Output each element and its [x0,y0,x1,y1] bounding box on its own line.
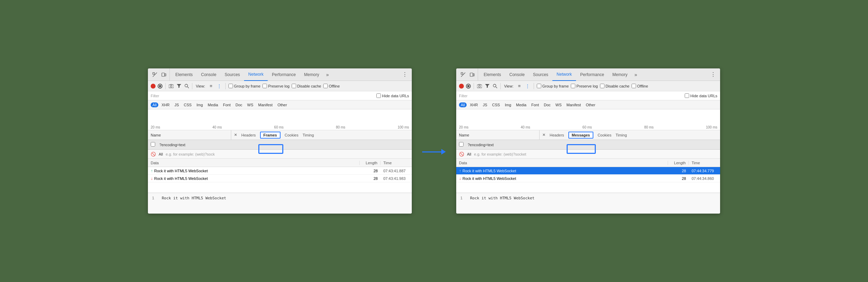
tab-dots-right[interactable]: ⋮ [708,71,719,78]
type-all-left[interactable]: All [151,102,158,107]
tab-performance-right[interactable]: Performance [576,68,608,81]
group-by-frame-right[interactable]: Group by frame [537,84,569,88]
tab-console-right[interactable]: Console [505,68,529,81]
tab-network-right[interactable]: Network [552,69,576,81]
inspect-icon-right[interactable] [460,71,467,78]
headers-tab-right[interactable]: Headers [550,133,564,137]
tree-view-icon-right[interactable]: ⋮ [525,84,531,89]
inspect-icon[interactable] [151,71,158,78]
timing-tab-left[interactable]: Timing [302,133,314,137]
preserve-log-left[interactable]: Preserve log [262,84,290,88]
list-view-icon-left[interactable]: ≡ [208,84,214,89]
type-ws-right[interactable]: WS [554,102,564,107]
disable-cache-checkbox-right[interactable] [600,84,604,88]
tab-more-left[interactable]: » [323,72,332,77]
tab-sources-left[interactable]: Sources [220,68,244,81]
type-xhr-right[interactable]: XHR [468,102,479,107]
frames-tab-left[interactable]: Frames [260,132,281,139]
hide-data-urls-right[interactable]: Hide data URLs [685,93,717,98]
msg-all-right[interactable]: All [467,152,471,156]
filter-icon-left[interactable] [176,83,182,89]
record-button-right[interactable] [459,84,464,89]
type-all-right[interactable]: All [459,102,467,107]
device-icon-right[interactable] [469,71,476,78]
disable-cache-right[interactable]: Disable cache [600,84,629,88]
type-manifest-right[interactable]: Manifest [565,102,583,107]
type-other-left[interactable]: Other [276,102,289,107]
type-manifest-left[interactable]: Manifest [257,102,275,107]
tab-elements-right[interactable]: Elements [479,68,505,81]
list-view-icon-right[interactable]: ≡ [516,84,523,89]
filter-input-left[interactable] [151,94,374,98]
tab-dots-left[interactable]: ⋮ [399,71,410,78]
msg-all-left[interactable]: All [159,152,163,156]
tab-sources-right[interactable]: Sources [529,68,552,81]
tab-elements-left[interactable]: Elements [171,68,197,81]
tree-view-icon-left[interactable]: ⋮ [216,84,223,89]
preserve-log-checkbox-right[interactable] [571,84,575,88]
cookies-tab-right[interactable]: Cookies [598,133,611,137]
type-media-right[interactable]: Media [514,102,528,107]
msg-row-1-right[interactable]: ↓ Rock it with HTML5 WebSocket 28 07:44:… [456,175,720,182]
offline-left[interactable]: Offline [323,84,340,88]
type-doc-left[interactable]: Doc [234,102,244,107]
timing-tab-right[interactable]: Timing [616,133,627,137]
type-js-left[interactable]: JS [173,102,181,107]
tab-memory-right[interactable]: Memory [608,68,632,81]
filter-input-right[interactable] [459,94,682,98]
messages-tab-right[interactable]: Messages [568,132,594,139]
type-doc-right[interactable]: Doc [542,102,552,107]
no-entry-icon-right[interactable]: 🚫 [459,152,464,157]
preserve-log-right[interactable]: Preserve log [571,84,598,88]
close-x-left[interactable]: ✕ [234,133,237,137]
record-button-left[interactable] [151,84,156,89]
type-media-left[interactable]: Media [206,102,220,107]
type-img-right[interactable]: Img [503,102,513,107]
no-entry-icon-left[interactable]: 🚫 [151,152,156,157]
group-by-frame-checkbox-left[interactable] [228,84,233,88]
type-xhr-left[interactable]: XHR [160,102,171,107]
tab-network-left[interactable]: Network [244,69,268,81]
camera-icon-right[interactable] [477,83,482,89]
ws-item-checkbox-right[interactable] [459,142,464,147]
disable-cache-checkbox-left[interactable] [292,84,296,88]
camera-icon-left[interactable] [168,83,174,89]
preserve-log-checkbox-left[interactable] [262,84,267,88]
tab-more-right[interactable]: » [632,72,640,77]
offline-right[interactable]: Offline [632,84,648,88]
msg-row-0-right[interactable]: ↑ Rock it with HTML5 WebSocket 28 07:44:… [456,167,720,175]
offline-checkbox-left[interactable] [323,84,328,88]
filter-icon-right[interactable] [484,83,490,89]
close-x-right[interactable]: ✕ [542,133,545,137]
type-font-right[interactable]: Font [529,102,541,107]
ws-item-checkbox-left[interactable] [151,142,155,147]
stop-button-left[interactable] [158,84,162,89]
group-by-frame-checkbox-right[interactable] [537,84,541,88]
hide-data-checkbox-left[interactable] [376,93,381,98]
type-font-left[interactable]: Font [221,102,232,107]
disable-cache-left[interactable]: Disable cache [292,84,321,88]
msg-filter-input-right[interactable] [474,152,717,156]
headers-tab-left[interactable]: Headers [241,133,256,137]
type-css-left[interactable]: CSS [182,102,193,107]
type-js-right[interactable]: JS [481,102,489,107]
msg-row-0-left[interactable]: ↑ Rock it with HTML5 WebSocket 28 07:43:… [148,167,412,175]
tab-console-left[interactable]: Console [197,68,220,81]
tab-memory-left[interactable]: Memory [300,68,323,81]
stop-button-right[interactable] [466,84,471,89]
msg-row-1-left[interactable]: ↓ Rock it with HTML5 WebSocket 28 07:43:… [148,175,412,182]
type-css-right[interactable]: CSS [490,102,502,107]
tab-performance-left[interactable]: Performance [268,68,300,81]
search-icon-right[interactable] [492,83,498,89]
group-by-frame-left[interactable]: Group by frame [228,84,260,88]
search-icon-left[interactable] [184,83,189,89]
hide-data-checkbox-right[interactable] [685,93,689,98]
type-other-right[interactable]: Other [584,102,597,107]
device-icon[interactable] [160,71,167,78]
msg-filter-input-left[interactable] [166,152,409,156]
type-ws-left[interactable]: WS [245,102,255,107]
offline-checkbox-right[interactable] [632,84,636,88]
hide-data-urls-left[interactable]: Hide data URLs [376,93,409,98]
cookies-tab-left[interactable]: Cookies [285,133,299,137]
type-img-left[interactable]: Img [195,102,205,107]
